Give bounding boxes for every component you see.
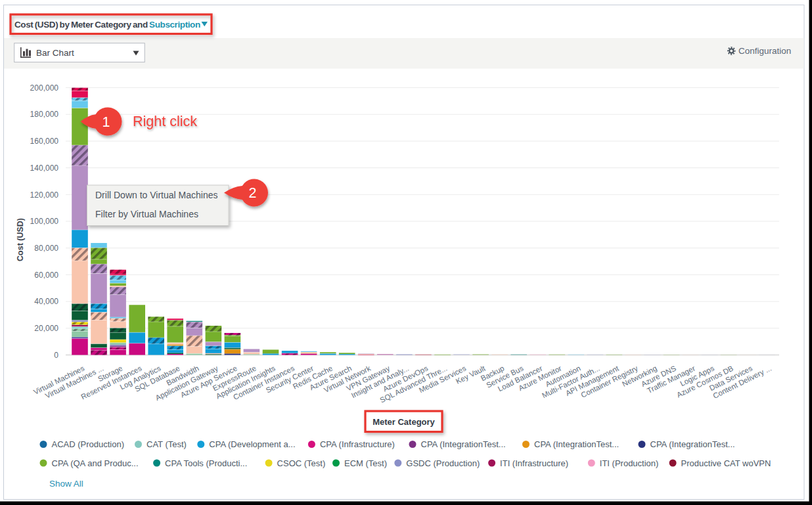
svg-text:Drill Down to Virtual Machines: Drill Down to Virtual Machines	[95, 190, 217, 200]
svg-text:1: 1	[102, 114, 110, 130]
svg-text:Productive CAT woVPN: Productive CAT woVPN	[681, 458, 771, 468]
svg-text:CPA (QA and Produc...: CPA (QA and Produc...	[52, 458, 139, 468]
svg-text:120,000: 120,000	[30, 190, 59, 200]
svg-text:Cost (USD): Cost (USD)	[16, 218, 25, 261]
svg-text:60,000: 60,000	[34, 271, 58, 280]
svg-text:Bar Chart: Bar Chart	[36, 48, 74, 58]
svg-text:100,000: 100,000	[30, 217, 59, 226]
svg-text:40,000: 40,000	[34, 297, 58, 306]
svg-text:140,000: 140,000	[30, 164, 59, 173]
svg-text:20,000: 20,000	[34, 324, 58, 333]
svg-text:CPA (IntegrationTest...: CPA (IntegrationTest...	[650, 439, 735, 449]
svg-text:CPA (IntegrationTest...: CPA (IntegrationTest...	[534, 439, 619, 449]
svg-text:ITI (Production): ITI (Production)	[600, 458, 659, 468]
svg-text:160,000: 160,000	[30, 137, 59, 146]
svg-text:ITI (Infrastructure): ITI (Infrastructure)	[500, 458, 568, 468]
svg-text:Filter by Virtual Machines: Filter by Virtual Machines	[95, 209, 198, 219]
svg-text:2: 2	[249, 185, 257, 201]
svg-text:Right click: Right click	[133, 114, 197, 129]
svg-text:ACAD (Production): ACAD (Production)	[52, 439, 125, 449]
svg-text:GSDC (Production): GSDC (Production)	[406, 458, 480, 468]
svg-text:CPA Tools (Producti...: CPA Tools (Producti...	[165, 458, 247, 468]
svg-text:Cost (USD) by Meter Category a: Cost (USD) by Meter Category and Subscri…	[14, 20, 200, 30]
svg-text:CPA (IntegrationTest...: CPA (IntegrationTest...	[421, 439, 506, 449]
svg-text:ECM (Test): ECM (Test)	[344, 458, 387, 468]
svg-text:CAT (Test): CAT (Test)	[147, 439, 187, 449]
svg-text:Show All: Show All	[49, 479, 83, 489]
svg-text:CPA (Infrastructure): CPA (Infrastructure)	[320, 439, 395, 449]
svg-text:0: 0	[54, 351, 58, 360]
svg-text:200,000: 200,000	[30, 83, 59, 93]
svg-text:80,000: 80,000	[34, 244, 58, 253]
svg-text:Meter Category: Meter Category	[372, 417, 435, 427]
svg-text:CPA (Development a...: CPA (Development a...	[209, 439, 295, 449]
svg-text:180,000: 180,000	[30, 110, 59, 119]
svg-text:CSOC (Test): CSOC (Test)	[277, 458, 326, 468]
svg-text:Configuration: Configuration	[738, 46, 791, 56]
